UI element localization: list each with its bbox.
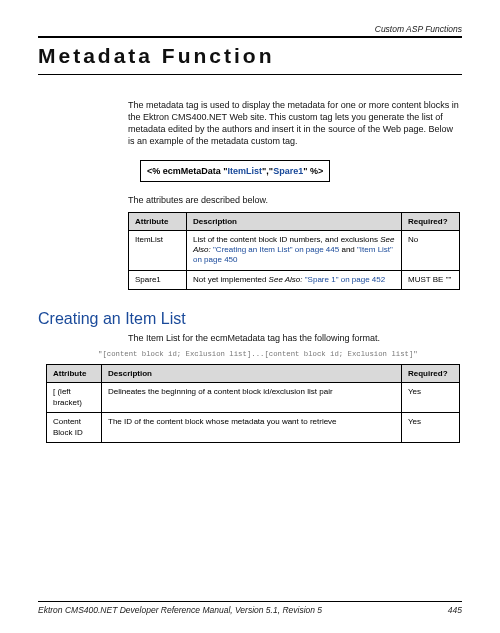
- col-attribute: Attribute: [129, 212, 187, 230]
- cell-req: Yes: [402, 383, 460, 413]
- page-title: Metadata Function: [38, 42, 462, 72]
- footer-title: Ektron CMS400.NET Developer Reference Ma…: [38, 605, 322, 615]
- desc-text: List of the content block ID numbers, an…: [193, 235, 380, 244]
- cell-req: MUST BE "": [402, 270, 460, 289]
- cell-desc: Not yet implemented See Also: "Spare 1" …: [187, 270, 402, 289]
- cell-desc: The ID of the content block whose metada…: [102, 413, 402, 443]
- cell-req: No: [402, 230, 460, 270]
- cell-attr: Spare1: [129, 270, 187, 289]
- rule-top: [38, 36, 462, 38]
- cell-attr: Content Block ID: [47, 413, 102, 443]
- see-also: See Also:: [269, 275, 305, 284]
- and-text: and: [339, 245, 357, 254]
- table-row: Content Block ID The ID of the content b…: [47, 413, 460, 443]
- code-example-box: <% ecmMetaData "ItemList","Spare1" %>: [128, 156, 462, 186]
- running-head: Custom ASP Functions: [38, 24, 462, 34]
- page-footer: Ektron CMS400.NET Developer Reference Ma…: [38, 601, 462, 615]
- table-row: ItemList List of the content block ID nu…: [129, 230, 460, 270]
- cell-attr: [ (left bracket): [47, 383, 102, 413]
- doc-link[interactable]: "Creating an Item List" on page 445: [213, 245, 339, 254]
- desc-text: Not yet implemented: [193, 275, 269, 284]
- table-row: Spare1 Not yet implemented See Also: "Sp…: [129, 270, 460, 289]
- intro-paragraph: The metadata tag is used to display the …: [128, 99, 462, 148]
- rule-under-title: [38, 74, 462, 75]
- format-code: "[content block id; Exclusion list]...[c…: [98, 350, 462, 358]
- col-description: Description: [102, 365, 402, 383]
- table-header-row: Attribute Description Required?: [129, 212, 460, 230]
- cell-desc: List of the content block ID numbers, an…: [187, 230, 402, 270]
- section-intro: The Item List for the ecmMetadata tag ha…: [128, 332, 462, 344]
- code-prefix: <% ecmMetaData ": [147, 166, 228, 176]
- cell-attr: ItemList: [129, 230, 187, 270]
- code-suffix: " %>: [303, 166, 323, 176]
- code-link-itemlist[interactable]: ItemList: [228, 166, 263, 176]
- cell-desc: Delineates the beginning of a content bl…: [102, 383, 402, 413]
- attributes-table-1: Attribute Description Required? ItemList…: [128, 212, 460, 291]
- col-description: Description: [187, 212, 402, 230]
- page-number: 445: [448, 605, 462, 615]
- doc-link[interactable]: "Spare 1" on page 452: [305, 275, 385, 284]
- col-attribute: Attribute: [47, 365, 102, 383]
- attributes-table-2: Attribute Description Required? [ (left …: [46, 364, 460, 443]
- table-row: [ (left bracket) Delineates the beginnin…: [47, 383, 460, 413]
- code-mid: ",": [262, 166, 273, 176]
- col-required: Required?: [402, 365, 460, 383]
- code-link-spare1[interactable]: Spare1: [273, 166, 303, 176]
- cell-req: Yes: [402, 413, 460, 443]
- footer-rule: [38, 601, 462, 602]
- table-header-row: Attribute Description Required?: [47, 365, 460, 383]
- attr-intro: The attributes are described below.: [128, 194, 462, 206]
- section-heading: Creating an Item List: [38, 310, 462, 328]
- col-required: Required?: [402, 212, 460, 230]
